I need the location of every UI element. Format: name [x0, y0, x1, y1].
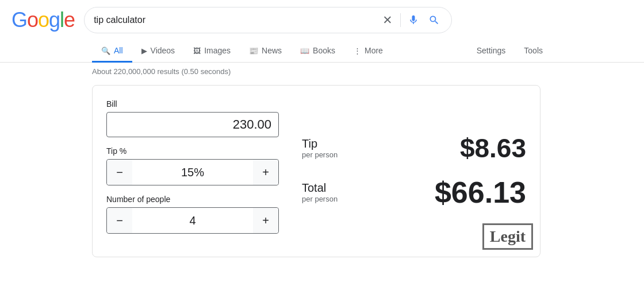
tab-videos-label: Videos [151, 46, 175, 55]
tip-result-label: Tip per person [302, 137, 338, 159]
clear-button[interactable] [379, 12, 396, 28]
tab-more-label: More [365, 46, 383, 55]
total-result-main-label: Total [302, 181, 338, 195]
tip-label: Tip % [106, 146, 279, 156]
header: Google [0, 0, 644, 40]
legit-watermark: Legit [482, 223, 533, 250]
tip-result-sub-label: per person [302, 150, 338, 159]
more-tab-icon: ⋮ [354, 47, 361, 55]
tip-stepper: − 15% + [106, 159, 279, 185]
tab-more[interactable]: ⋮ More [344, 40, 392, 63]
total-result-value: $66.13 [435, 175, 526, 210]
tab-images-label: Images [204, 46, 231, 55]
books-tab-icon: 📖 [300, 47, 309, 55]
video-tab-icon: ▶ [141, 47, 147, 55]
search-icon [428, 14, 440, 26]
nav-right: Settings Tools [467, 40, 552, 62]
tab-all-label: All [114, 46, 123, 55]
google-search-button[interactable] [426, 12, 442, 28]
search-divider [400, 13, 401, 27]
close-icon [382, 14, 393, 26]
people-value: 4 [132, 214, 253, 227]
bill-label: Bill [106, 99, 279, 109]
logo-g1: G [12, 8, 27, 32]
tab-images[interactable]: 🖼 Images [184, 40, 240, 63]
news-tab-icon: 📰 [249, 47, 258, 55]
logo-o2: o [38, 8, 49, 32]
tip-value: 15% [132, 166, 253, 179]
search-bar[interactable] [84, 7, 452, 33]
images-tab-icon: 🖼 [193, 47, 201, 55]
tip-result-value: $8.63 [460, 133, 526, 164]
microphone-icon [408, 14, 419, 26]
tab-books-label: Books [313, 46, 335, 55]
search-icons [379, 12, 442, 28]
bill-input[interactable] [114, 117, 271, 132]
tip-plus-button[interactable]: + [253, 160, 278, 185]
people-minus-button[interactable]: − [107, 208, 132, 233]
tab-settings-label: Settings [477, 46, 506, 55]
nav-tabs: 🔍 All ▶ Videos 🖼 Images 📰 News 📖 Books ⋮… [0, 40, 644, 63]
tab-news-label: News [262, 46, 282, 55]
tab-settings[interactable]: Settings [467, 40, 515, 63]
people-plus-button[interactable]: + [253, 208, 278, 233]
tab-videos[interactable]: ▶ Videos [132, 40, 185, 63]
tab-news[interactable]: 📰 News [240, 40, 291, 63]
tab-tools-label: Tools [524, 46, 543, 55]
bill-input-wrapper[interactable] [106, 112, 279, 137]
people-stepper: − 4 + [106, 207, 279, 234]
search-input[interactable] [94, 15, 374, 25]
voice-search-button[interactable] [405, 12, 421, 28]
calculator-inputs: Bill Tip % − 15% + Number of people − 4 … [106, 99, 279, 243]
tab-books[interactable]: 📖 Books [291, 40, 344, 63]
results-info: About 220,000,000 results (0.50 seconds) [0, 63, 644, 85]
calculator-results: Tip per person $8.63 Total per person $6… [302, 99, 526, 243]
tip-minus-button[interactable]: − [107, 160, 132, 185]
logo-e: e [64, 8, 75, 32]
total-result-sub-label: per person [302, 195, 338, 203]
calculator-card: Bill Tip % − 15% + Number of people − 4 … [92, 85, 540, 257]
search-tab-icon: 🔍 [101, 47, 110, 55]
logo-o1: o [27, 8, 38, 32]
tab-tools[interactable]: Tools [515, 40, 552, 63]
tip-result-row: Tip per person $8.63 [302, 133, 526, 164]
total-result-row: Total per person $66.13 [302, 175, 526, 210]
tab-all[interactable]: 🔍 All [92, 40, 132, 63]
tip-result-main-label: Tip [302, 137, 338, 150]
logo-g2: g [49, 8, 60, 32]
results-text: About 220,000,000 results (0.50 seconds) [92, 67, 231, 76]
google-logo: Google [12, 8, 75, 32]
people-label: Number of people [106, 195, 279, 204]
total-result-label: Total per person [302, 181, 338, 203]
